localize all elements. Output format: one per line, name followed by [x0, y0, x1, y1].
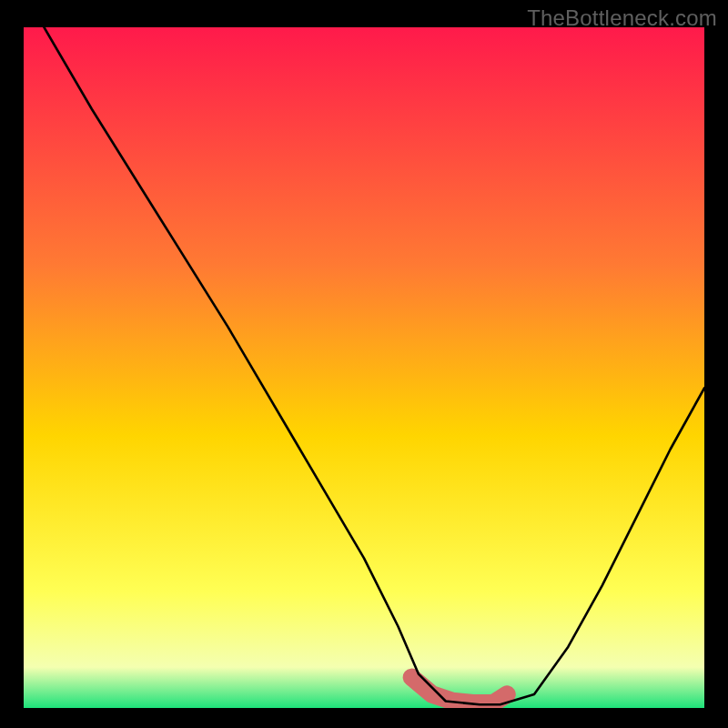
bottleneck-curve-path [44, 27, 704, 704]
plot-area [24, 27, 704, 708]
bottleneck-curve [24, 27, 704, 708]
chart-frame: TheBottleneck.com [0, 0, 728, 728]
watermark-text: TheBottleneck.com [527, 5, 717, 31]
